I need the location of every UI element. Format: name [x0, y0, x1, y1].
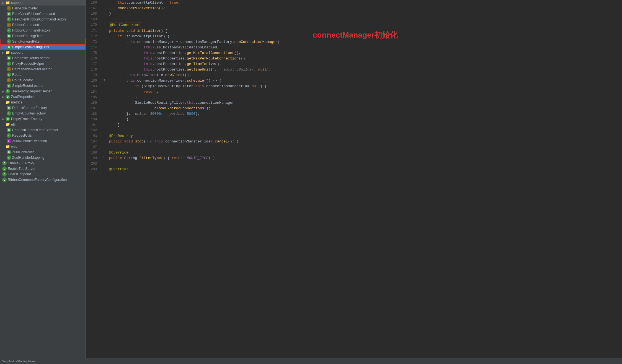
item-label: RestClientRibbonCommandFactory: [12, 17, 67, 21]
folder-icon: 📁: [6, 50, 10, 55]
tree-item-ZuulHandlerMapping[interactable]: C ZuulHandlerMapping: [0, 155, 86, 160]
tree-item-RestClientRibbonCommand[interactable]: C RestClientRibbonCommand: [0, 11, 86, 17]
code-line: 203 @Override: [86, 167, 622, 172]
folder-label: util: [11, 123, 16, 126]
code-line: 191 }: [86, 122, 622, 128]
item-label: SendForwardFilter: [12, 40, 41, 43]
tree-item-ZuulRuntimeException[interactable]: z ZuulRuntimeException: [0, 138, 86, 144]
folder-arrow: ▶: [1, 118, 6, 121]
tree-item-RibbonCommandFactory[interactable]: C RibbonCommandFactory: [0, 28, 86, 33]
tree-item-EmptyTracerFactory[interactable]: ▶ C EmptyTracerFactory: [0, 116, 86, 122]
item-label: DefaultCounterFactory: [12, 106, 47, 110]
tree-item-FiltersEndpoint[interactable]: C FiltersEndpoint: [0, 171, 86, 177]
item-label: ZuulHandlerMapping: [12, 156, 44, 160]
tree-item-FallbackProvider[interactable]: I FallbackProvider: [0, 6, 86, 11]
item-label: RouteLocator: [12, 78, 33, 82]
item-label: ZuulProperties: [11, 95, 33, 99]
code-line: 186 SimpleHostRoutingFilter.this.connect…: [86, 100, 622, 106]
tree-item-SendForwardFilter[interactable]: C SendForwardFilter: [0, 39, 86, 44]
tree-item-EnableZuulServer[interactable]: C EnableZuulServer: [0, 166, 86, 171]
folder-icon: 📁: [6, 122, 10, 127]
code-line: 188 }, delay: 30000, period: 5000);: [86, 111, 622, 117]
tree-item-RequestContentDataExtractor[interactable]: C RequestContentDataExtractor: [0, 127, 86, 133]
code-editor[interactable]: connectManager初始化 166 this.customHttpCli…: [86, 0, 622, 364]
folder-arrow: ▶: [1, 95, 6, 98]
tree-item-ZuulController[interactable]: C ZuulController: [0, 149, 86, 155]
class-icon-c: C: [7, 45, 11, 49]
tree-item-RibbonRoutingFilter[interactable]: C RibbonRoutingFilter: [0, 33, 86, 39]
tree-item-TraceProxyRequestHelper[interactable]: ▶ C TraceProxyRequestHelper: [0, 89, 86, 94]
tree-item-SimpleHostRoutingFilter[interactable]: C SimpleHostRoutingFilter: [0, 44, 86, 50]
class-icon-i: I: [7, 78, 11, 82]
item-label: RibbonCommand: [12, 23, 39, 27]
tree-item-RestClientRibbonCommandFactory[interactable]: C RestClientRibbonCommandFactory: [0, 17, 86, 22]
folder-web[interactable]: 📁 web: [0, 144, 86, 149]
class-icon-c: C: [7, 155, 11, 160]
folder-metrics[interactable]: 📁 metrics: [0, 100, 86, 105]
folder-label: support: [11, 1, 23, 5]
item-label: RequestContentDataExtractor: [12, 128, 58, 132]
item-label: SimpleRouteLocator: [12, 84, 43, 88]
code-line: 185 }: [86, 95, 622, 100]
annotation-box: @PostConstruct: [109, 22, 141, 28]
item-label: RibbonRoutingFilter: [12, 34, 43, 38]
tree-item-RefreshableRouteLocator[interactable]: I RefreshableRouteLocator: [0, 66, 86, 72]
item-label: FallbackProvider: [12, 6, 38, 10]
item-label: FiltersEndpoint: [8, 172, 31, 176]
status-bar: SimpleHostRoutingFilter: [0, 358, 622, 364]
tree-item-ZuulProperties[interactable]: ▶ C ZuulProperties: [0, 94, 86, 100]
folder-support-top[interactable]: ▶ 📁 support: [0, 0, 86, 6]
item-label: CompositeRouteLocator: [12, 56, 50, 60]
folder-icon: 📁: [6, 144, 10, 149]
folder-arrow: [1, 101, 6, 104]
item-label: RefreshableRouteLocator: [12, 67, 51, 71]
item-label: EnableZuulServer: [8, 167, 35, 171]
code-line: 202: [86, 161, 622, 167]
tree-item-Route[interactable]: C Route: [0, 72, 86, 77]
tree-item-EmptyCounterFactory[interactable]: C EmptyCounterFactory: [0, 111, 86, 116]
tree-item-CompositeRouteLocator[interactable]: C CompositeRouteLocator: [0, 55, 86, 61]
folder-icon: 📁: [6, 1, 10, 5]
code-line: 192: [86, 128, 622, 133]
item-label: RibbonCommandFactory: [12, 28, 51, 32]
class-icon-z: z: [7, 139, 11, 143]
status-filename: SimpleHostRoutingFilter: [2, 360, 35, 363]
folder-arrow: ▶: [1, 1, 6, 4]
tree-item-ProxyRequestHelper[interactable]: C ProxyRequestHelper: [0, 61, 86, 66]
code-line: 194 public void stop() { this.connection…: [86, 139, 622, 144]
code-line: 179 this.httpClient = newClient();: [86, 72, 622, 78]
folder-util[interactable]: 📁 util: [0, 122, 86, 127]
class-icon-c: C: [7, 84, 11, 88]
item-label: ZuulController: [12, 150, 34, 154]
tree-item-SimpleRouteLocator[interactable]: C SimpleRouteLocator: [0, 83, 86, 89]
folder-icon: 📁: [6, 100, 10, 105]
item-label: EmptyTracerFactory: [11, 117, 42, 121]
file-tree[interactable]: ▶ 📁 support I FallbackProvider C RestCli…: [0, 0, 86, 364]
class-icon-c: C: [2, 161, 7, 165]
annotation-title: connectManager初始化: [313, 30, 398, 40]
tree-item-RibbonCommandFactoryConfiguration[interactable]: C RibbonCommandFactoryConfiguration: [0, 177, 86, 183]
tree-item-RibbonCommand[interactable]: I RibbonCommand: [0, 22, 86, 28]
tree-item-RouteLocator[interactable]: I RouteLocator: [0, 77, 86, 83]
folder-arrow: ▶: [1, 90, 6, 93]
class-icon-c: C: [6, 117, 10, 121]
item-label: EmptyCounterFactory: [12, 111, 46, 115]
folder-label: web: [11, 145, 17, 149]
code-line: 169: [86, 17, 622, 22]
class-icon-c: C: [2, 167, 7, 171]
folder-label: metrics: [11, 100, 22, 104]
item-label: ZuulRuntimeException: [12, 139, 47, 143]
class-icon-i: I: [7, 6, 11, 11]
item-label: RestClientRibbonCommand: [12, 12, 55, 16]
class-icon-c: C: [7, 12, 11, 16]
folder-support-second[interactable]: ▶ 📁 support: [0, 50, 86, 55]
tree-item-RequestUtils[interactable]: C RequestUtils: [0, 133, 86, 138]
item-label: EnableZuulProxy: [8, 161, 34, 165]
class-icon-c: C: [7, 28, 11, 33]
folder-arrow: [1, 123, 6, 126]
class-icon-c: C: [7, 56, 11, 60]
tree-item-DefaultCounterFactory[interactable]: C DefaultCounterFactory: [0, 105, 86, 111]
tree-item-EnableZuulProxy[interactable]: C EnableZuulProxy: [0, 160, 86, 166]
item-label: SimpleHostRoutingFilter: [12, 45, 50, 49]
class-icon-c: C: [7, 39, 11, 44]
